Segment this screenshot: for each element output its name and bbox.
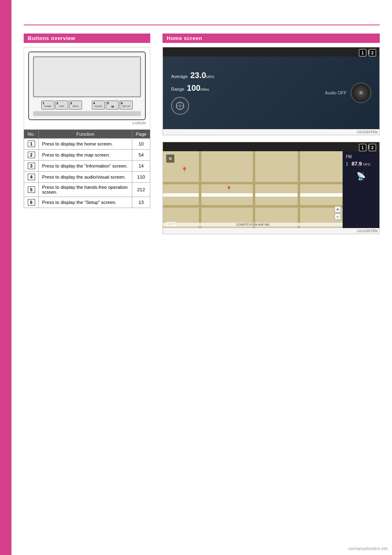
range-value: 100 <box>187 83 200 92</box>
table-cell-page: 212 <box>132 183 150 197</box>
screen1-caption: US1034TEle <box>163 129 379 135</box>
screen1-right-info: Audio OFF <box>325 83 371 103</box>
zoom-out-btn[interactable]: − <box>334 213 341 220</box>
screen2-labels: 1 2 <box>359 144 376 151</box>
device-outer: 1 HOME 2 NAP 3 INFO 4 <box>28 51 146 120</box>
map-icon-loc: 📍 <box>226 186 232 192</box>
home-screen-header: Home screen <box>163 34 380 43</box>
dev-btn-2[interactable]: 2 NAP <box>55 101 68 110</box>
screen1-top-bar: ▐▌ ▭ <box>163 47 379 56</box>
average-row: Average 23.0MPG <box>171 71 214 80</box>
dev-btn-spacer <box>83 101 91 110</box>
table-cell-function: Press to display the “Information” scree… <box>39 161 132 172</box>
table-cell-function: Press to display the hands-free operatio… <box>39 183 132 197</box>
num-badge: 2 <box>28 152 35 158</box>
screen2-caption: US1035TEle <box>163 228 379 234</box>
table-cell-no: 4 <box>24 172 39 183</box>
dev-btn-1[interactable]: 1 HOME <box>41 101 54 110</box>
map-compass: N <box>166 154 174 163</box>
fm-channel: 1 <box>346 162 348 166</box>
screen1-badge1: 1 <box>359 49 366 56</box>
screen1-badge2: 2 <box>369 49 376 56</box>
right-column: Home screen 1 2 ▐▌ <box>163 34 380 241</box>
screen-inner-2: 1 2 ▐▌ ▭ <box>163 142 379 228</box>
table-row: 4Press to display the audio/visual scree… <box>24 172 150 183</box>
zoom-in-btn[interactable]: + <box>334 206 341 213</box>
num-badge: 4 <box>28 174 35 180</box>
table-cell-page: 14 <box>132 161 150 172</box>
table-row: 3Press to display the “Information” scre… <box>24 161 150 172</box>
fm-label: FM <box>346 154 376 159</box>
dev-btn-3[interactable]: 3 INFO <box>69 101 82 110</box>
cd-center <box>359 91 363 94</box>
function-table: No. Function Page 1Press to display the … <box>24 130 150 208</box>
map-icon-marker1: 📍 <box>181 167 188 173</box>
buttons-overview-header: Buttons overview <box>24 34 150 43</box>
device-bar <box>33 111 141 116</box>
screen-inner-1: 1 2 ▐▌ ▭ <box>163 47 379 129</box>
screen2-badge1: 1 <box>359 144 366 151</box>
table-row: 6Press to display the “Setup” screen.13 <box>24 197 150 208</box>
col-no: No. <box>24 130 39 139</box>
table-cell-function: Press to display the audio/visual screen… <box>39 172 132 183</box>
table-cell-no: 2 <box>24 150 39 161</box>
table-cell-function: Press to display the “Setup” screen. <box>39 197 132 208</box>
table-row: 1Press to display the home screen.10 <box>24 139 150 150</box>
screen1-content: Average 23.0MPG Range 100Miles <box>163 56 379 129</box>
device-buttons-row: 1 HOME 2 NAP 3 INFO 4 <box>33 101 141 110</box>
pink-sidebar <box>0 0 11 555</box>
col-function: Function <box>39 130 132 139</box>
audio-off-block: Audio OFF <box>325 90 347 95</box>
table-cell-no: 5 <box>24 183 39 197</box>
screen2-content: N 📍 📍 + − 300ft <box>163 151 379 228</box>
average-unit: MPG <box>206 75 215 79</box>
device-screen <box>33 56 141 97</box>
home-screen-section: 1 2 ▐▌ ▭ <box>163 47 380 234</box>
table-cell-page: 110 <box>132 172 150 183</box>
crosshair-icon <box>176 102 184 110</box>
average-value: 23.0 <box>190 71 206 80</box>
map-area: N 📍 📍 + − 300ft <box>163 151 343 228</box>
table-cell-function: Press to display the home screen. <box>39 139 132 150</box>
fm-text: FM <box>346 154 352 159</box>
buttons-diagram: 1 HOME 2 NAP 3 INFO 4 <box>24 47 150 130</box>
range-row: Range 100Miles <box>171 83 214 93</box>
left-column: Buttons overview 1 HOME 2 NAP <box>24 34 150 241</box>
table-cell-page: 54 <box>132 150 150 161</box>
screen1-left-info: Average 23.0MPG Range 100Miles <box>171 71 214 115</box>
watermark: carmanualsonline.info <box>348 546 388 551</box>
fm-unit: MHz <box>363 162 371 166</box>
num-badge: 1 <box>28 141 35 147</box>
buttons-overview-title: Buttons overview <box>28 35 75 41</box>
range-label: Range <box>171 87 184 92</box>
screen2-badge2: 2 <box>369 144 376 151</box>
map-zoom-btns: + − <box>334 206 341 220</box>
home-screen-title: Home screen <box>167 35 202 41</box>
table-cell-function: Press to display the map screen. <box>39 150 132 161</box>
audio-off-label: Audio OFF <box>325 90 347 95</box>
main-content: Buttons overview 1 HOME 2 NAP <box>11 0 392 257</box>
map-right-panel: FM 1 87.9 MHz 📡 <box>343 151 379 228</box>
table-row: 2Press to display the map screen.54 <box>24 150 150 161</box>
map-street-label: CONSTITUTION AVE NW <box>163 223 343 226</box>
dev-btn-5[interactable]: 5 ☎ <box>106 101 119 110</box>
diagram-caption: LA001N <box>28 121 146 125</box>
table-cell-no: 3 <box>24 161 39 172</box>
dev-btn-4[interactable]: 4 AUDIO <box>92 101 105 110</box>
nav-icon-container <box>171 97 214 115</box>
table-cell-page: 13 <box>132 197 150 208</box>
top-rule <box>24 25 380 25</box>
num-badge: 3 <box>28 163 35 169</box>
signal-tower-icon: 📡 <box>346 172 376 181</box>
num-badge: 6 <box>28 199 35 206</box>
dev-btn-6[interactable]: 6 SETUP <box>120 101 133 110</box>
fm-channel-row: 1 87.9 MHz <box>346 161 376 167</box>
num-badge: 5 <box>28 186 35 193</box>
two-column-layout: Buttons overview 1 HOME 2 NAP <box>24 34 380 241</box>
table-cell-page: 10 <box>132 139 150 150</box>
col-page: Page <box>132 130 150 139</box>
range-unit: Miles <box>200 87 209 92</box>
average-label: Average <box>171 74 188 79</box>
screen-image-1: 1 2 ▐▌ ▭ <box>163 47 380 135</box>
map-road-v3 <box>298 151 300 228</box>
